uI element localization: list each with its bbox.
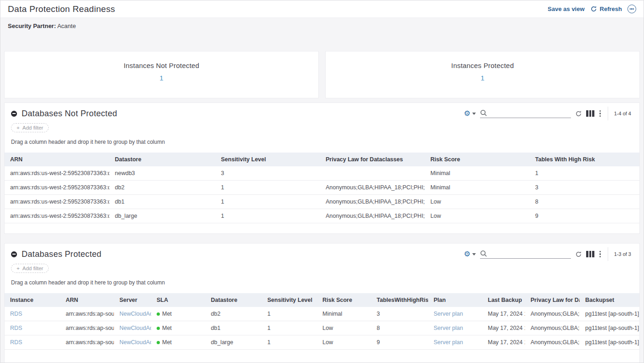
column-header[interactable]: SLA	[151, 293, 205, 307]
status-dot-icon	[157, 327, 160, 330]
table-cell: arn:aws:rds:ap-south-1:6	[60, 321, 114, 335]
table-cell: arn:aws:rds:us-west-2:595230873363:db:da…	[5, 195, 109, 209]
server-link[interactable]: NewCloudAccou	[119, 339, 151, 346]
columns-icon[interactable]	[586, 251, 594, 257]
column-header[interactable]: Backupset	[580, 293, 639, 307]
table-header-row: ARNDatastoreSensitivity LevelPrivacy Law…	[5, 153, 639, 166]
table-cell: arn:aws:rds:us-west-2:595230873363:db:da…	[5, 181, 109, 195]
column-header[interactable]: ARN	[5, 153, 109, 166]
table-cell: 1	[215, 195, 320, 209]
table-cell: May 17, 2024 12:00:	[482, 307, 525, 321]
plan-link[interactable]: Server plan	[434, 339, 463, 346]
column-header[interactable]: Last Backup	[482, 293, 525, 307]
refresh-icon	[590, 6, 597, 12]
table-toolbar: ⚙ 1-3 of 3	[464, 247, 634, 261]
column-header[interactable]: ARN	[60, 293, 114, 307]
security-partner-label: Security Partner:	[8, 23, 56, 29]
table-cell: 8	[530, 195, 639, 209]
stat-label: Instances Not Protected	[5, 62, 318, 69]
table-row: RDSarn:aws:rds:ap-south-1:6NewCloudAccou…	[5, 335, 639, 350]
table-cell: Minimal	[317, 307, 371, 321]
column-header[interactable]: Plan	[428, 293, 482, 307]
column-header[interactable]: Risk Score	[425, 153, 530, 166]
column-header[interactable]: Datastore	[109, 153, 215, 166]
table-cell: newdb3	[109, 166, 215, 181]
security-partner-value: Acante	[57, 23, 76, 29]
table-cell: RDS	[5, 321, 60, 335]
collapse-section-icon[interactable]	[11, 111, 17, 117]
table-cell: pg11test [ap-south-1]	[580, 321, 639, 335]
table-cell: arn:aws:rds:ap-south-1:6	[60, 335, 114, 350]
column-header[interactable]: Tables With High Risk	[530, 153, 639, 166]
pagination-label: 1-3 of 3	[614, 251, 634, 257]
search-icon[interactable]	[480, 250, 487, 257]
table-cell: db_large	[109, 209, 215, 223]
page-title: Data Protection Readiness	[8, 4, 115, 14]
more-options-icon[interactable]	[627, 5, 636, 13]
plus-icon: +	[17, 125, 20, 130]
column-header[interactable]: Server	[114, 293, 151, 307]
stat-value[interactable]: 1	[480, 74, 484, 82]
columns-icon[interactable]	[586, 110, 594, 117]
toolbar-divider	[608, 107, 608, 120]
search-box	[480, 250, 571, 259]
table-cell: arn:aws:rds:ap-south-1:6	[60, 307, 114, 321]
table-cell: 1	[262, 321, 317, 335]
table-refresh-button[interactable]	[575, 110, 582, 117]
table-cell: pg11test [ap-south-1]	[580, 307, 639, 321]
instance-link[interactable]: RDS	[10, 325, 22, 331]
settings-gear-button[interactable]: ⚙	[464, 110, 476, 117]
table-cell: db2	[109, 181, 215, 195]
settings-gear-button[interactable]: ⚙	[464, 250, 476, 258]
search-input[interactable]	[489, 109, 571, 116]
stat-value[interactable]: 1	[159, 74, 163, 82]
plan-link[interactable]: Server plan	[434, 325, 463, 331]
save-as-view-link[interactable]: Save as view	[548, 6, 584, 12]
table-cell: 1	[215, 209, 320, 223]
table-cell: db1	[109, 195, 215, 209]
search-input[interactable]	[489, 250, 571, 257]
section-databases-protected: Databases Protected ⚙ 1-3 of 3 + Add fil…	[4, 243, 640, 363]
column-header[interactable]: Sensitivity Level	[262, 293, 317, 307]
column-header[interactable]: TablesWithHighRisk	[371, 293, 428, 307]
toolbar-divider	[608, 247, 608, 261]
status-dot-icon	[157, 341, 160, 344]
add-filter-button[interactable]: + Add filter	[11, 123, 49, 132]
plan-link[interactable]: Server plan	[434, 311, 463, 317]
add-filter-button[interactable]: + Add filter	[11, 264, 49, 273]
group-by-hint: Drag a column header and drop it here to…	[11, 139, 633, 145]
server-link[interactable]: NewCloudAccou	[119, 325, 151, 331]
table-cell: 3	[215, 166, 320, 181]
search-icon[interactable]	[480, 109, 487, 116]
section-header: Databases Not Protected ⚙ 1-4 of 4	[5, 103, 639, 121]
table-cell: 3	[530, 181, 639, 195]
column-header[interactable]: Risk Score	[317, 293, 371, 307]
column-header[interactable]: Privacy Law for Dataclasses	[320, 153, 425, 166]
kebab-menu-icon[interactable]	[599, 109, 602, 118]
server-link[interactable]: NewCloudAccou	[119, 311, 151, 317]
table-refresh-button[interactable]	[575, 251, 582, 258]
table-cell: RDS	[5, 335, 60, 350]
table-cell: 9	[371, 335, 428, 350]
column-header[interactable]: Sensitivity Level	[215, 153, 320, 166]
column-header[interactable]: Privacy Law for Datacl	[525, 293, 580, 307]
table-cell: Anonymous;GLBA;HIPAA_18;PCI;PHI;PII	[320, 181, 425, 195]
instance-link[interactable]: RDS	[10, 339, 22, 346]
table-cell: db_large	[205, 335, 262, 350]
stat-card-protected: Instances Protected 1	[325, 51, 640, 98]
gear-icon: ⚙	[464, 250, 470, 258]
table-cell: arn:aws:rds:us-west-2:595230873363:db:da…	[5, 209, 109, 223]
chevron-down-icon	[472, 253, 476, 255]
refresh-button[interactable]: Refresh	[590, 6, 622, 12]
section-title: Databases Not Protected	[22, 109, 117, 119]
instance-link[interactable]: RDS	[10, 311, 22, 317]
databases-not-protected-table: ARNDatastoreSensitivity LevelPrivacy Law…	[5, 153, 639, 223]
kebab-menu-icon[interactable]	[599, 250, 602, 259]
collapse-section-icon[interactable]	[11, 251, 17, 257]
column-header[interactable]: Datastore	[205, 293, 262, 307]
table-cell: May 17, 2024 12:00:	[482, 335, 525, 350]
table-cell: Low	[425, 195, 530, 209]
column-header[interactable]: Instance	[5, 293, 60, 307]
page-header: Data Protection Readiness Save as view R…	[0, 0, 644, 18]
databases-protected-table: InstanceARNServerSLADatastoreSensitivity…	[5, 293, 639, 350]
